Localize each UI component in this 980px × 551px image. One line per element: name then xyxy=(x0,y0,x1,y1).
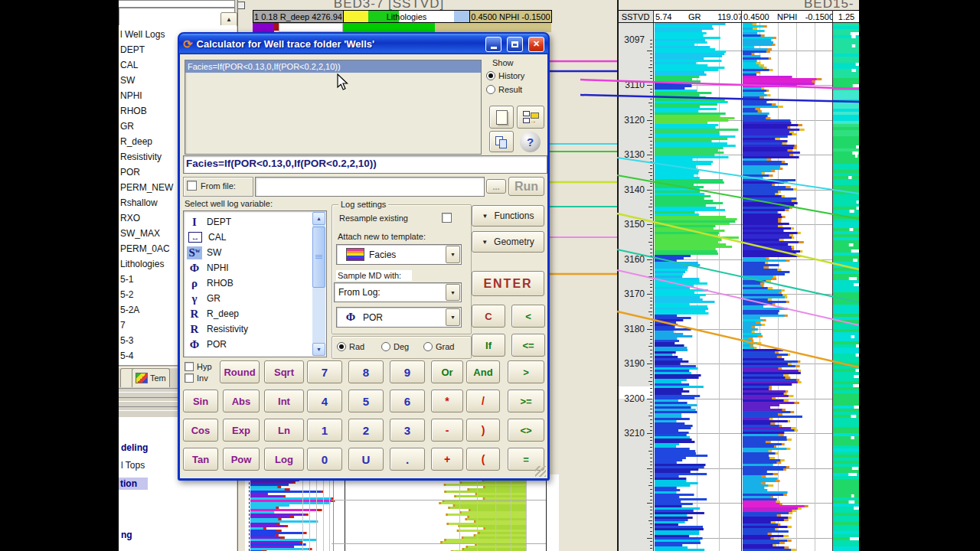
calc-button-5[interactable]: 5 xyxy=(348,390,384,412)
scrollbar-thumb[interactable] xyxy=(312,227,325,288)
calc-button-6[interactable]: 6 xyxy=(390,390,425,412)
variable-item[interactable]: IDEPT xyxy=(187,214,231,230)
tab-templates[interactable]: Tem xyxy=(132,368,170,387)
tree-item[interactable]: 5-3 xyxy=(120,335,133,346)
process-item[interactable]: deling xyxy=(121,442,148,453)
inv-checkbox[interactable] xyxy=(185,373,194,383)
calc-button-and[interactable]: And xyxy=(466,360,500,383)
calc-button-log[interactable]: Log xyxy=(264,448,304,471)
run-button[interactable]: Run xyxy=(508,177,544,196)
tree-item[interactable]: PERM_0AC xyxy=(120,243,170,254)
radio-history[interactable] xyxy=(486,71,495,80)
calc-button-[interactable]: - xyxy=(431,419,463,442)
calc-button-[interactable]: ) xyxy=(466,419,500,442)
from-file-label[interactable]: From file: xyxy=(201,181,236,191)
scroll-down-icon[interactable]: ▼ xyxy=(312,343,325,356)
calc-button-c[interactable]: C xyxy=(472,305,505,328)
calc-button-[interactable]: * xyxy=(431,390,463,412)
variable-item[interactable]: ΦPOR xyxy=(187,337,227,352)
calc-button-[interactable]: > xyxy=(508,360,544,383)
history-entry[interactable]: Facies=If(POR<0.13,0,If(POR<0.2,2,10)) xyxy=(185,60,481,73)
calc-button-if[interactable]: If xyxy=(472,334,505,357)
tree-item[interactable]: RHOB xyxy=(120,106,147,116)
tree-item[interactable]: R_deep xyxy=(120,136,152,147)
scroll-up-icon[interactable]: ▲ xyxy=(312,212,325,225)
from-file-input[interactable] xyxy=(255,177,485,197)
variable-list[interactable]: IDEPT↔CALSwSWΦNPHIρRHOBγGRRR_deepRResist… xyxy=(183,210,327,357)
close-button[interactable]: ✕ xyxy=(528,37,544,52)
tree-item[interactable]: 5-4 xyxy=(120,350,133,361)
tree-item[interactable]: NPHI xyxy=(120,90,142,101)
inv-label[interactable]: Inv xyxy=(197,373,208,383)
calc-button-exp[interactable]: Exp xyxy=(223,419,260,442)
calc-button-[interactable]: <= xyxy=(511,334,545,357)
radio-deg[interactable] xyxy=(381,342,390,351)
calc-button-[interactable]: >= xyxy=(508,390,544,412)
resize-grip[interactable] xyxy=(535,466,546,477)
variable-item[interactable]: γGR xyxy=(187,291,220,306)
variable-item[interactable]: ρRHOB xyxy=(187,276,234,291)
calc-button-[interactable]: < xyxy=(511,305,545,328)
log-combo[interactable]: Φ POR ▼ xyxy=(336,307,462,328)
tree-item[interactable]: PERM_NEW xyxy=(120,182,173,193)
calc-button-u[interactable]: U xyxy=(348,448,384,471)
variable-item[interactable]: ↔CAL xyxy=(187,230,226,245)
chevron-down-icon[interactable]: ▼ xyxy=(446,308,460,326)
hyp-label[interactable]: Hyp xyxy=(197,362,212,371)
calc-button-round[interactable]: Round xyxy=(220,360,260,383)
calc-button-9[interactable]: 9 xyxy=(390,360,425,383)
calc-button-0[interactable]: 0 xyxy=(307,448,342,471)
calc-button-[interactable]: <> xyxy=(508,419,544,442)
calc-button-[interactable]: + xyxy=(431,448,463,471)
variable-item[interactable]: ΦNPHI xyxy=(187,260,229,276)
tree-item[interactable]: GR xyxy=(120,121,134,132)
calc-button-[interactable]: . xyxy=(390,448,425,471)
calc-button-or[interactable]: Or xyxy=(431,360,463,383)
radio-grad[interactable] xyxy=(423,342,433,351)
calc-button-[interactable]: ( xyxy=(466,448,500,471)
radio-history-label[interactable]: History xyxy=(498,71,524,80)
radio-rad[interactable] xyxy=(337,342,346,351)
radio-result[interactable] xyxy=(486,85,495,94)
radio-rad-label[interactable]: Rad xyxy=(349,342,364,351)
tree-item[interactable]: Resistivity xyxy=(120,152,162,162)
calc-button-abs[interactable]: Abs xyxy=(223,390,260,412)
tree-item[interactable]: SW xyxy=(120,75,135,86)
chevron-down-icon[interactable]: ▼ xyxy=(446,246,460,263)
help-button[interactable]: ? xyxy=(520,132,541,152)
process-item[interactable]: ng xyxy=(121,530,132,540)
export-button[interactable]: → xyxy=(517,106,544,129)
radio-grad-label[interactable]: Grad xyxy=(436,342,454,351)
template-combo[interactable]: Facies ▼ xyxy=(336,244,462,265)
tree-item[interactable]: RXO xyxy=(120,213,140,223)
tree-item[interactable]: 5-1 xyxy=(120,274,133,285)
calc-button-2[interactable]: 2 xyxy=(348,419,384,442)
tree-item[interactable]: 5-2 xyxy=(120,289,133,300)
variable-item[interactable]: RResistivity xyxy=(187,321,248,337)
calc-button-cos[interactable]: Cos xyxy=(183,419,218,442)
variable-item[interactable]: RR_deep xyxy=(187,306,239,321)
tree-item[interactable]: 5-2A xyxy=(120,305,139,315)
formula-input[interactable]: Facies=If(POR<0.13,0,If(POR<0.2,2,10)) xyxy=(183,155,547,174)
tree-item[interactable]: Lithologies xyxy=(120,259,164,269)
tree-item[interactable]: POR xyxy=(120,167,140,178)
tree-item[interactable]: l Well Logs xyxy=(120,29,165,40)
dialog-titlebar[interactable]: ⟳ Calculator for Well trace folder 'Well… xyxy=(179,34,548,54)
tree-item[interactable]: SW_MAX xyxy=(120,228,160,239)
history-list[interactable]: Facies=If(POR<0.13,0,If(POR<0.2,2,10)) xyxy=(185,60,482,155)
geometry-button[interactable]: ▼ Geometry xyxy=(472,231,544,253)
radio-result-label[interactable]: Result xyxy=(498,85,522,94)
new-expression-button[interactable] xyxy=(489,106,514,129)
tree-item[interactable]: DEPT xyxy=(120,44,145,55)
calc-button-sin[interactable]: Sin xyxy=(183,390,218,412)
tree-item[interactable]: CAL xyxy=(120,60,138,70)
process-item[interactable]: l Tops xyxy=(121,460,145,471)
process-item[interactable]: tion xyxy=(119,478,148,490)
minimize-button[interactable] xyxy=(485,37,501,52)
calc-button-sqrt[interactable]: Sqrt xyxy=(264,360,304,383)
variable-item[interactable]: SwSW xyxy=(187,245,221,260)
calc-button-[interactable]: / xyxy=(466,390,500,412)
calc-button-7[interactable]: 7 xyxy=(307,360,342,383)
chevron-down-icon[interactable]: ▼ xyxy=(446,284,460,301)
radio-deg-label[interactable]: Deg xyxy=(394,342,409,351)
